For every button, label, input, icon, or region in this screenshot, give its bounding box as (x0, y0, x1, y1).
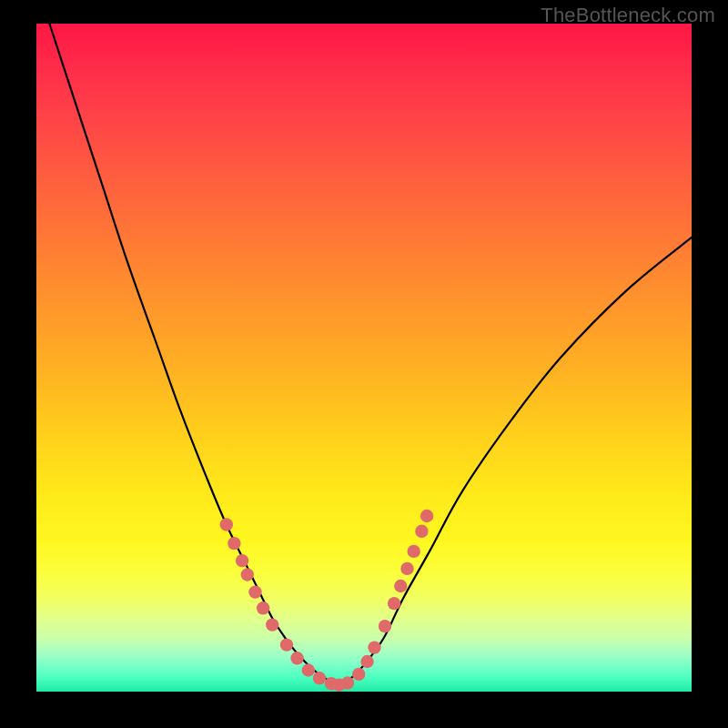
scatter-dot (400, 562, 413, 575)
stage: TheBottleneck.com (0, 0, 728, 728)
scatter-dot (220, 518, 233, 531)
scatter-dot (415, 525, 428, 538)
right-curve (338, 238, 692, 685)
scatter-dot (388, 597, 400, 610)
scatter-dot (241, 568, 254, 581)
scatter-dot (394, 580, 407, 592)
scatter-dot (368, 641, 380, 653)
scatter-dot (302, 663, 315, 676)
watermark-text: TheBottleneck.com (541, 4, 715, 27)
scatter-dot (313, 672, 326, 684)
scatter-dot (248, 585, 261, 598)
scatter-dot (280, 638, 293, 651)
chart-svg (36, 24, 692, 692)
scatter-dot (290, 652, 303, 664)
scatter-dot (352, 668, 365, 681)
left-curve (49, 24, 338, 685)
scatter-dot (236, 554, 248, 567)
plot-area (36, 24, 692, 692)
scatter-dot (420, 510, 433, 522)
scatter-dot (360, 655, 373, 668)
scatter-dot (341, 676, 354, 689)
scatter-dot (228, 537, 240, 550)
scatter-dot (266, 618, 278, 631)
scatter-dot (408, 545, 420, 558)
scatter-dot (379, 620, 391, 632)
scatter-dot (257, 602, 269, 614)
